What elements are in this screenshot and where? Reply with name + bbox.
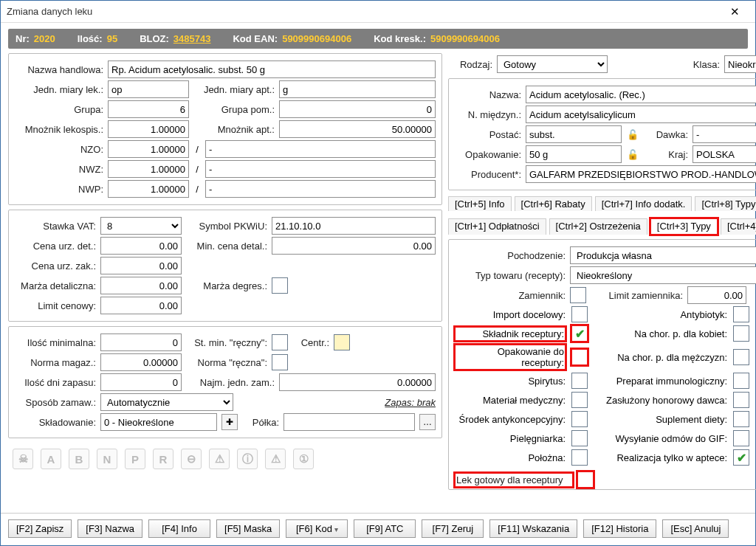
flag-a-icon[interactable]: A <box>41 449 61 469</box>
nzo-input[interactable] <box>108 140 189 158</box>
group-input[interactable] <box>108 100 189 118</box>
app-window: Zmiana danych leku ✕ Nr: 2020 Ilość: 95 … <box>0 0 756 546</box>
minus-circle-icon[interactable]: ⊖ <box>181 449 202 469</box>
import-checkbox[interactable] <box>571 306 588 322</box>
one-circle-icon[interactable]: ① <box>293 449 314 469</box>
zero-button[interactable]: [F7] Zeruj <box>422 519 484 538</box>
vat-select[interactable]: 8 <box>100 217 182 235</box>
lek-got-checkbox[interactable] <box>577 471 594 488</box>
tab-typy[interactable]: [Ctrl+3] Typy <box>650 218 718 235</box>
tab-inne[interactable]: [Ctrl+4] Inne <box>721 218 756 235</box>
shelf-browse-button[interactable]: … <box>419 414 436 430</box>
nwz-extra-input[interactable] <box>205 160 436 178</box>
unlock-icon[interactable]: 🔓 <box>626 147 639 162</box>
form-input[interactable] <box>526 125 622 143</box>
spirytus-checkbox[interactable] <box>571 373 588 389</box>
cancel-button[interactable]: [Esc] Anuluj <box>662 519 729 538</box>
warning-icon[interactable]: ⚠ <box>209 449 230 469</box>
close-icon[interactable]: ✕ <box>720 2 749 21</box>
alert-icon[interactable]: ⚠ <box>265 449 286 469</box>
bloz-link[interactable]: 3485743 <box>173 33 211 44</box>
mezczyzn-checkbox[interactable] <box>733 349 749 365</box>
apteka-checkbox[interactable] <box>733 449 749 466</box>
class-input[interactable] <box>724 55 756 73</box>
store-input[interactable] <box>100 413 217 431</box>
urz-det-input[interactable] <box>100 237 182 255</box>
order-select[interactable]: Automatycznie <box>100 393 233 411</box>
tab-rabaty[interactable]: [Ctrl+6] Rabaty <box>515 196 592 211</box>
marza-degr-checkbox[interactable] <box>272 277 288 294</box>
history-button[interactable]: [F12] Historia <box>583 519 656 538</box>
prod-input[interactable] <box>526 165 756 183</box>
country-input[interactable] <box>693 145 756 163</box>
trade-name-input[interactable] <box>108 61 436 78</box>
marza-det-input[interactable] <box>100 277 182 294</box>
zamiennik-checkbox[interactable] <box>570 287 586 303</box>
honor-checkbox[interactable] <box>733 392 749 408</box>
limit-zam-input[interactable] <box>687 286 746 304</box>
kobiet-checkbox[interactable] <box>733 325 749 342</box>
nwp-extra-input[interactable] <box>205 180 436 198</box>
limit-c-input[interactable] <box>100 297 182 314</box>
nwp-input[interactable] <box>108 180 189 198</box>
st-min-checkbox[interactable] <box>272 334 288 350</box>
flag-n-icon[interactable]: N <box>97 449 117 469</box>
name-input[interactable] <box>526 86 756 103</box>
flag-p-icon[interactable]: P <box>125 449 145 469</box>
immuno-checkbox[interactable] <box>733 373 749 389</box>
nwz-input[interactable] <box>108 160 189 178</box>
origin-select[interactable]: Produkcja własna <box>570 246 756 264</box>
mask-button[interactable]: [F5] Maska <box>216 519 280 538</box>
flag-b-icon[interactable]: B <box>69 449 89 469</box>
zapas-link[interactable]: Zapas: brak <box>238 397 436 408</box>
skladnik-checkbox[interactable] <box>571 325 588 342</box>
unit-drug-input[interactable] <box>108 80 189 98</box>
group-aux-input[interactable] <box>279 100 436 118</box>
material-checkbox[interactable] <box>571 392 588 408</box>
tab-ostrz[interactable]: [Ctrl+2] Ostrzeżenia <box>549 218 647 235</box>
info-icon[interactable]: ⓘ <box>237 449 258 469</box>
opak-checkbox[interactable] <box>571 349 588 365</box>
najm-input[interactable] <box>279 373 436 391</box>
tab-odpl[interactable]: [Ctrl+1] Odpłatności <box>448 218 546 235</box>
pieleg-checkbox[interactable] <box>571 430 588 446</box>
intl-input[interactable] <box>526 106 756 123</box>
atc-button[interactable]: [F9] ATC <box>354 519 416 538</box>
mult-leko-input[interactable] <box>108 120 189 138</box>
norma-r-checkbox[interactable] <box>272 354 288 370</box>
slash: / <box>193 144 201 155</box>
supl-checkbox[interactable] <box>733 411 749 427</box>
min-det-input[interactable] <box>272 237 436 255</box>
kind-select[interactable]: Gotowy <box>497 55 608 73</box>
nzo-extra-input[interactable] <box>205 140 436 158</box>
mult-apt-input[interactable] <box>279 120 436 138</box>
code-button[interactable]: [F6] Kod <box>286 519 348 538</box>
tab-info[interactable]: [Ctrl+5] Info <box>448 196 512 211</box>
qty-min-input[interactable] <box>100 334 182 351</box>
unlock-icon[interactable]: 🔓 <box>626 127 639 142</box>
polozna-checkbox[interactable] <box>571 449 588 466</box>
norma-mag-input[interactable] <box>100 353 182 371</box>
dose-input[interactable] <box>693 125 756 143</box>
name-button[interactable]: [F3] Nazwa <box>78 519 142 538</box>
centr-checkbox[interactable] <box>334 334 350 350</box>
recipe-type-select[interactable]: Nieokreślony <box>570 266 756 284</box>
antybiotyk-checkbox[interactable] <box>733 306 749 322</box>
antykon-checkbox[interactable] <box>571 411 588 427</box>
unit-pharm-input[interactable] <box>279 80 436 98</box>
store-expand-button[interactable]: ✚ <box>221 414 238 430</box>
tab-typywl[interactable]: [Ctrl+8] Typy własne <box>695 196 756 211</box>
shelf-input[interactable] <box>284 413 415 431</box>
indications-button[interactable]: [F11] Wskazania <box>489 519 577 538</box>
urz-zak-input[interactable] <box>100 257 182 274</box>
info-button[interactable]: [F4] Info <box>148 519 210 538</box>
skull-icon[interactable]: ☠ <box>13 449 33 469</box>
shelf-label: Półka: <box>242 417 279 428</box>
pkwiu-input[interactable] <box>272 217 436 235</box>
pack-input[interactable] <box>526 145 622 163</box>
days-input[interactable] <box>100 373 182 391</box>
flag-r-icon[interactable]: R <box>153 449 173 469</box>
gif-checkbox[interactable] <box>733 430 749 446</box>
save-button[interactable]: [F2] Zapisz <box>8 519 72 538</box>
tab-infodod[interactable]: [Ctrl+7] Info dodatk. <box>595 196 693 211</box>
